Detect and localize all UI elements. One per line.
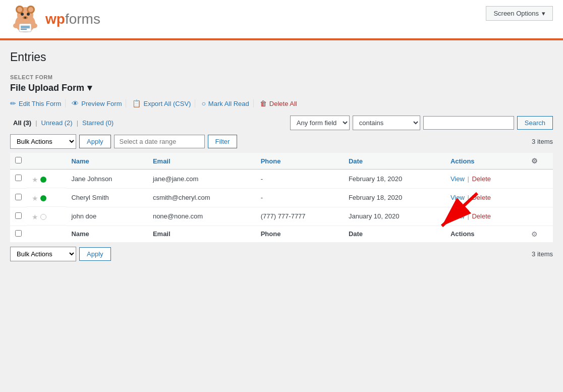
bulk-actions-select-bottom[interactable]: Bulk Actions Delete Mark as Read Mark as… <box>10 247 76 261</box>
row-phone: (777) 777-7777 <box>256 207 344 226</box>
col-header-name[interactable]: Name <box>66 153 148 170</box>
row-checkbox-1[interactable] <box>15 175 22 181</box>
tab-all[interactable]: All (3) <box>10 119 34 127</box>
select-form-label: SELECT FORM <box>10 74 553 80</box>
edit-form-link[interactable]: ✏ Edit This Form <box>10 99 66 107</box>
svg-point-15 <box>31 23 37 28</box>
bulk-left-bottom: Bulk Actions Delete Mark as Read Mark as… <box>10 247 111 261</box>
export-icon: 📋 <box>132 99 141 107</box>
export-csv-link[interactable]: 📋 Export All (CSV) <box>128 99 195 107</box>
entries-table: Name Email Phone Date Actions <box>10 153 553 243</box>
delete-link[interactable]: Delete <box>472 194 491 201</box>
form-name-button[interactable]: File Upload Form ▾ <box>10 82 92 93</box>
svg-point-7 <box>27 13 30 16</box>
bulk-actions-row-top: Bulk Actions Delete Mark as Read Mark as… <box>10 134 553 149</box>
search-filter-row: Any form field Name Email Phone contains… <box>290 116 553 130</box>
items-count-bottom: 3 items <box>532 250 553 258</box>
row-date: January 10, 2020 <box>344 207 445 226</box>
star-icon[interactable]: ★ <box>32 194 38 202</box>
bulk-actions-select-top[interactable]: Bulk Actions Delete Mark as Read Mark as… <box>10 134 76 149</box>
tab-starred[interactable]: Starred (0) <box>79 119 117 127</box>
row-name: Jane Johnson <box>66 170 148 189</box>
row-actions: View | Delete <box>445 207 526 226</box>
table-row: ★ Cheryl Smith csmith@cheryl.com - Febru… <box>10 188 553 207</box>
star-icon[interactable]: ★ <box>32 176 38 184</box>
trash-icon: 🗑 <box>260 99 267 107</box>
svg-point-6 <box>21 13 24 16</box>
page-title: Entries <box>10 50 553 64</box>
table-footer-row: Name Email Phone Date Actions <box>10 226 553 242</box>
bulk-actions-row-bottom: Bulk Actions Delete Mark as Read Mark as… <box>10 247 553 261</box>
contains-select[interactable]: contains does not contain is is not <box>353 116 420 130</box>
row-name: john doe <box>66 207 148 226</box>
footer-col-phone: Phone <box>256 226 344 242</box>
row-indicators-cell: ★ <box>27 207 66 226</box>
chevron-down-icon: ▾ <box>87 82 92 93</box>
row-actions: View | Delete <box>445 188 526 207</box>
footer-gear-icon[interactable]: ⚙ <box>531 230 538 238</box>
table-row: ★ Jane Johnson jane@jane.com - February … <box>10 170 553 189</box>
table-row: ★ john doe none@none.com (777) 777-7777 … <box>10 207 553 226</box>
apply-button-bottom[interactable]: Apply <box>79 247 111 261</box>
screen-options-button[interactable]: Screen Options ▾ <box>486 6 553 21</box>
search-input[interactable] <box>423 116 514 130</box>
view-link[interactable]: View <box>451 194 465 201</box>
col-header-email[interactable]: Email <box>148 153 256 170</box>
row-checkbox-cell <box>10 188 27 207</box>
row-checkbox-3[interactable] <box>15 212 22 219</box>
view-link[interactable]: View <box>451 175 465 183</box>
col-header-gear: ⚙ <box>526 153 553 170</box>
preview-form-link[interactable]: 👁 Preview Form <box>68 99 126 107</box>
action-separator: | <box>467 175 471 183</box>
footer-check <box>10 226 27 242</box>
col-header-indicators <box>27 153 66 170</box>
delete-link[interactable]: Delete <box>472 212 491 220</box>
read-indicator <box>40 195 46 201</box>
apply-button-top[interactable]: Apply <box>79 135 111 148</box>
table-header-row: Name Email Phone Date Actions <box>10 153 553 170</box>
bulk-left-top: Bulk Actions Delete Mark as Read Mark as… <box>10 134 237 149</box>
eye-icon: 👁 <box>72 99 79 107</box>
footer-col-actions: Actions <box>445 226 526 242</box>
unread-indicator <box>40 214 46 220</box>
row-checkbox-cell <box>10 207 27 226</box>
tab-unread[interactable]: Unread (2) <box>38 119 76 127</box>
row-date: February 18, 2020 <box>344 188 445 207</box>
star-icon[interactable]: ★ <box>32 213 38 221</box>
form-field-select[interactable]: Any form field Name Email Phone <box>290 116 350 130</box>
bear-mascot-icon <box>10 4 40 34</box>
date-range-input[interactable] <box>114 135 205 148</box>
filter-button[interactable]: Filter <box>208 135 238 148</box>
row-indicators-cell: ★ <box>27 188 66 207</box>
svg-point-5 <box>28 7 33 12</box>
col-header-actions: Actions <box>445 153 526 170</box>
delete-all-link[interactable]: 🗑 Delete All <box>256 99 301 107</box>
circle-icon: ○ <box>201 99 205 107</box>
chevron-down-icon: ▾ <box>542 10 545 17</box>
row-name: Cheryl Smith <box>66 188 148 207</box>
filter-top-row: All (3) | Unread (2) | Starred (0) Any f… <box>10 116 553 130</box>
logo-area: wpforms <box>10 4 100 34</box>
items-count-top: 3 items <box>532 138 553 145</box>
read-indicator <box>40 177 46 183</box>
action-links-bar: ✏ Edit This Form 👁 Preview Form 📋 Export… <box>10 99 553 107</box>
columns-gear-icon[interactable]: ⚙ <box>531 157 538 165</box>
search-button[interactable]: Search <box>517 116 553 130</box>
svg-point-4 <box>17 7 22 12</box>
select-all-checkbox-bottom[interactable] <box>15 230 22 237</box>
col-header-phone[interactable]: Phone <box>256 153 344 170</box>
filter-tabs: All (3) | Unread (2) | Starred (0) <box>10 119 117 127</box>
row-phone: - <box>256 188 344 207</box>
main-content: Entries SELECT FORM File Upload Form ▾ ✏… <box>0 40 563 275</box>
row-checkbox-2[interactable] <box>15 194 22 200</box>
mark-all-read-link[interactable]: ○ Mark All Read <box>197 99 253 107</box>
col-header-date[interactable]: Date <box>344 153 445 170</box>
site-header: wpforms Screen Options ▾ <box>0 0 563 40</box>
view-link[interactable]: View <box>451 212 465 220</box>
row-checkbox-cell <box>10 170 27 189</box>
select-all-checkbox[interactable] <box>15 157 22 163</box>
delete-link[interactable]: Delete <box>472 175 491 183</box>
form-select-row: File Upload Form ▾ <box>10 82 553 93</box>
action-separator: | <box>467 212 471 220</box>
footer-col-name: Name <box>66 226 148 242</box>
